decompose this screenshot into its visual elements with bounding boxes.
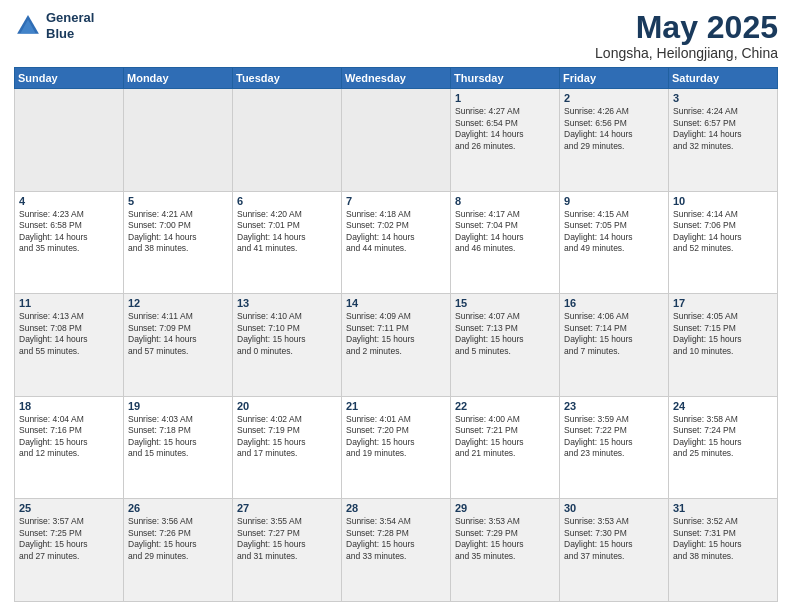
calendar-cell: 13Sunrise: 4:10 AM Sunset: 7:10 PM Dayli… xyxy=(233,294,342,397)
day-info: Sunrise: 4:09 AM Sunset: 7:11 PM Dayligh… xyxy=(346,311,446,357)
day-info: Sunrise: 4:06 AM Sunset: 7:14 PM Dayligh… xyxy=(564,311,664,357)
day-info: Sunrise: 4:07 AM Sunset: 7:13 PM Dayligh… xyxy=(455,311,555,357)
weekday-header-cell: Thursday xyxy=(451,68,560,89)
day-number: 30 xyxy=(564,502,664,514)
day-number: 28 xyxy=(346,502,446,514)
day-number: 16 xyxy=(564,297,664,309)
day-number: 3 xyxy=(673,92,773,104)
day-number: 11 xyxy=(19,297,119,309)
day-number: 13 xyxy=(237,297,337,309)
day-number: 8 xyxy=(455,195,555,207)
day-info: Sunrise: 4:02 AM Sunset: 7:19 PM Dayligh… xyxy=(237,414,337,460)
day-number: 20 xyxy=(237,400,337,412)
calendar-cell: 26Sunrise: 3:56 AM Sunset: 7:26 PM Dayli… xyxy=(124,499,233,602)
calendar-week-row: 4Sunrise: 4:23 AM Sunset: 6:58 PM Daylig… xyxy=(15,191,778,294)
day-number: 31 xyxy=(673,502,773,514)
calendar-cell: 17Sunrise: 4:05 AM Sunset: 7:15 PM Dayli… xyxy=(669,294,778,397)
calendar-week-row: 18Sunrise: 4:04 AM Sunset: 7:16 PM Dayli… xyxy=(15,396,778,499)
calendar-cell: 20Sunrise: 4:02 AM Sunset: 7:19 PM Dayli… xyxy=(233,396,342,499)
day-number: 25 xyxy=(19,502,119,514)
day-number: 26 xyxy=(128,502,228,514)
weekday-header-cell: Wednesday xyxy=(342,68,451,89)
calendar-cell: 28Sunrise: 3:54 AM Sunset: 7:28 PM Dayli… xyxy=(342,499,451,602)
weekday-header-cell: Monday xyxy=(124,68,233,89)
calendar-cell xyxy=(124,89,233,192)
weekday-header-cell: Friday xyxy=(560,68,669,89)
calendar-cell xyxy=(342,89,451,192)
calendar-week-row: 11Sunrise: 4:13 AM Sunset: 7:08 PM Dayli… xyxy=(15,294,778,397)
calendar-cell xyxy=(15,89,124,192)
calendar-cell: 18Sunrise: 4:04 AM Sunset: 7:16 PM Dayli… xyxy=(15,396,124,499)
day-info: Sunrise: 4:18 AM Sunset: 7:02 PM Dayligh… xyxy=(346,209,446,255)
day-info: Sunrise: 4:01 AM Sunset: 7:20 PM Dayligh… xyxy=(346,414,446,460)
day-info: Sunrise: 4:10 AM Sunset: 7:10 PM Dayligh… xyxy=(237,311,337,357)
logo-line1: General xyxy=(46,10,94,26)
day-info: Sunrise: 3:53 AM Sunset: 7:29 PM Dayligh… xyxy=(455,516,555,562)
calendar-cell: 1Sunrise: 4:27 AM Sunset: 6:54 PM Daylig… xyxy=(451,89,560,192)
day-info: Sunrise: 4:14 AM Sunset: 7:06 PM Dayligh… xyxy=(673,209,773,255)
calendar-cell: 2Sunrise: 4:26 AM Sunset: 6:56 PM Daylig… xyxy=(560,89,669,192)
header: General Blue May 2025 Longsha, Heilongji… xyxy=(14,10,778,61)
logo: General Blue xyxy=(14,10,94,41)
day-number: 6 xyxy=(237,195,337,207)
location: Longsha, Heilongjiang, China xyxy=(595,45,778,61)
calendar-cell: 7Sunrise: 4:18 AM Sunset: 7:02 PM Daylig… xyxy=(342,191,451,294)
calendar-table: SundayMondayTuesdayWednesdayThursdayFrid… xyxy=(14,67,778,602)
day-info: Sunrise: 4:15 AM Sunset: 7:05 PM Dayligh… xyxy=(564,209,664,255)
calendar-cell: 31Sunrise: 3:52 AM Sunset: 7:31 PM Dayli… xyxy=(669,499,778,602)
day-info: Sunrise: 3:55 AM Sunset: 7:27 PM Dayligh… xyxy=(237,516,337,562)
day-info: Sunrise: 4:13 AM Sunset: 7:08 PM Dayligh… xyxy=(19,311,119,357)
calendar-cell: 8Sunrise: 4:17 AM Sunset: 7:04 PM Daylig… xyxy=(451,191,560,294)
month-title: May 2025 xyxy=(595,10,778,45)
day-info: Sunrise: 3:58 AM Sunset: 7:24 PM Dayligh… xyxy=(673,414,773,460)
calendar-cell: 27Sunrise: 3:55 AM Sunset: 7:27 PM Dayli… xyxy=(233,499,342,602)
day-info: Sunrise: 4:11 AM Sunset: 7:09 PM Dayligh… xyxy=(128,311,228,357)
day-number: 12 xyxy=(128,297,228,309)
day-number: 5 xyxy=(128,195,228,207)
calendar-week-row: 1Sunrise: 4:27 AM Sunset: 6:54 PM Daylig… xyxy=(15,89,778,192)
weekday-header-row: SundayMondayTuesdayWednesdayThursdayFrid… xyxy=(15,68,778,89)
day-info: Sunrise: 4:21 AM Sunset: 7:00 PM Dayligh… xyxy=(128,209,228,255)
day-number: 21 xyxy=(346,400,446,412)
day-number: 23 xyxy=(564,400,664,412)
day-number: 15 xyxy=(455,297,555,309)
day-info: Sunrise: 4:03 AM Sunset: 7:18 PM Dayligh… xyxy=(128,414,228,460)
day-info: Sunrise: 3:54 AM Sunset: 7:28 PM Dayligh… xyxy=(346,516,446,562)
day-info: Sunrise: 4:04 AM Sunset: 7:16 PM Dayligh… xyxy=(19,414,119,460)
day-number: 29 xyxy=(455,502,555,514)
calendar-cell: 21Sunrise: 4:01 AM Sunset: 7:20 PM Dayli… xyxy=(342,396,451,499)
title-block: May 2025 Longsha, Heilongjiang, China xyxy=(595,10,778,61)
calendar-cell: 11Sunrise: 4:13 AM Sunset: 7:08 PM Dayli… xyxy=(15,294,124,397)
day-info: Sunrise: 4:23 AM Sunset: 6:58 PM Dayligh… xyxy=(19,209,119,255)
calendar-cell: 30Sunrise: 3:53 AM Sunset: 7:30 PM Dayli… xyxy=(560,499,669,602)
day-info: Sunrise: 3:59 AM Sunset: 7:22 PM Dayligh… xyxy=(564,414,664,460)
day-number: 1 xyxy=(455,92,555,104)
day-number: 10 xyxy=(673,195,773,207)
calendar-cell: 24Sunrise: 3:58 AM Sunset: 7:24 PM Dayli… xyxy=(669,396,778,499)
day-info: Sunrise: 3:56 AM Sunset: 7:26 PM Dayligh… xyxy=(128,516,228,562)
day-info: Sunrise: 4:24 AM Sunset: 6:57 PM Dayligh… xyxy=(673,106,773,152)
day-info: Sunrise: 4:05 AM Sunset: 7:15 PM Dayligh… xyxy=(673,311,773,357)
day-number: 24 xyxy=(673,400,773,412)
day-number: 27 xyxy=(237,502,337,514)
day-info: Sunrise: 3:52 AM Sunset: 7:31 PM Dayligh… xyxy=(673,516,773,562)
calendar-cell: 29Sunrise: 3:53 AM Sunset: 7:29 PM Dayli… xyxy=(451,499,560,602)
day-number: 22 xyxy=(455,400,555,412)
calendar-body: 1Sunrise: 4:27 AM Sunset: 6:54 PM Daylig… xyxy=(15,89,778,602)
calendar-cell: 15Sunrise: 4:07 AM Sunset: 7:13 PM Dayli… xyxy=(451,294,560,397)
weekday-header-cell: Saturday xyxy=(669,68,778,89)
calendar-cell: 16Sunrise: 4:06 AM Sunset: 7:14 PM Dayli… xyxy=(560,294,669,397)
calendar-cell: 6Sunrise: 4:20 AM Sunset: 7:01 PM Daylig… xyxy=(233,191,342,294)
day-number: 2 xyxy=(564,92,664,104)
day-number: 7 xyxy=(346,195,446,207)
day-info: Sunrise: 4:26 AM Sunset: 6:56 PM Dayligh… xyxy=(564,106,664,152)
page: General Blue May 2025 Longsha, Heilongji… xyxy=(0,0,792,612)
weekday-header-cell: Tuesday xyxy=(233,68,342,89)
day-number: 14 xyxy=(346,297,446,309)
calendar-cell: 4Sunrise: 4:23 AM Sunset: 6:58 PM Daylig… xyxy=(15,191,124,294)
calendar-cell: 10Sunrise: 4:14 AM Sunset: 7:06 PM Dayli… xyxy=(669,191,778,294)
weekday-header-cell: Sunday xyxy=(15,68,124,89)
day-number: 9 xyxy=(564,195,664,207)
calendar-cell: 5Sunrise: 4:21 AM Sunset: 7:00 PM Daylig… xyxy=(124,191,233,294)
calendar-cell: 22Sunrise: 4:00 AM Sunset: 7:21 PM Dayli… xyxy=(451,396,560,499)
